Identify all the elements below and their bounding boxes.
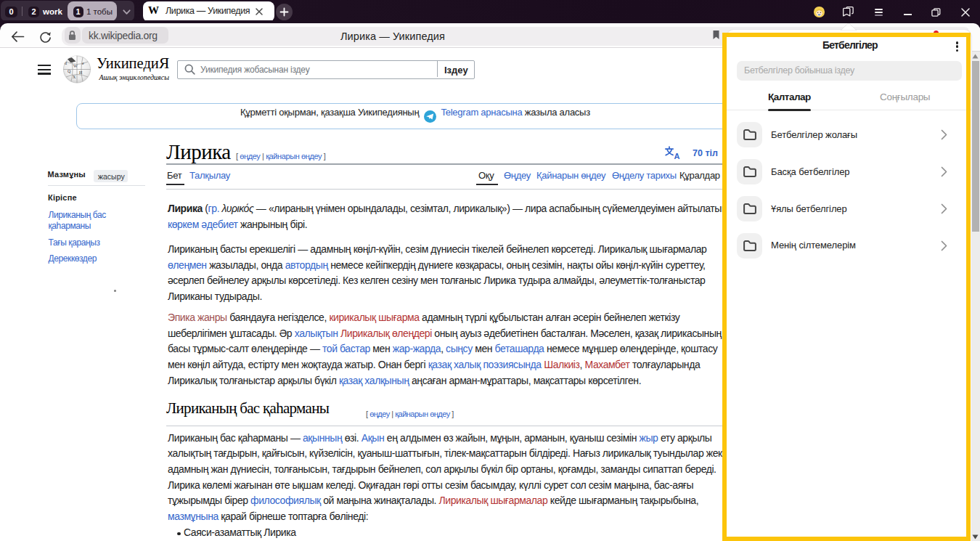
svg-text:X: X: [73, 75, 76, 79]
svg-text:e: e: [82, 61, 84, 65]
svg-text:A: A: [674, 152, 680, 160]
svg-text:W: W: [73, 64, 78, 68]
svg-text:Q: Q: [68, 69, 71, 73]
svg-text:И: И: [79, 70, 83, 75]
svg-text:d: d: [65, 61, 67, 65]
